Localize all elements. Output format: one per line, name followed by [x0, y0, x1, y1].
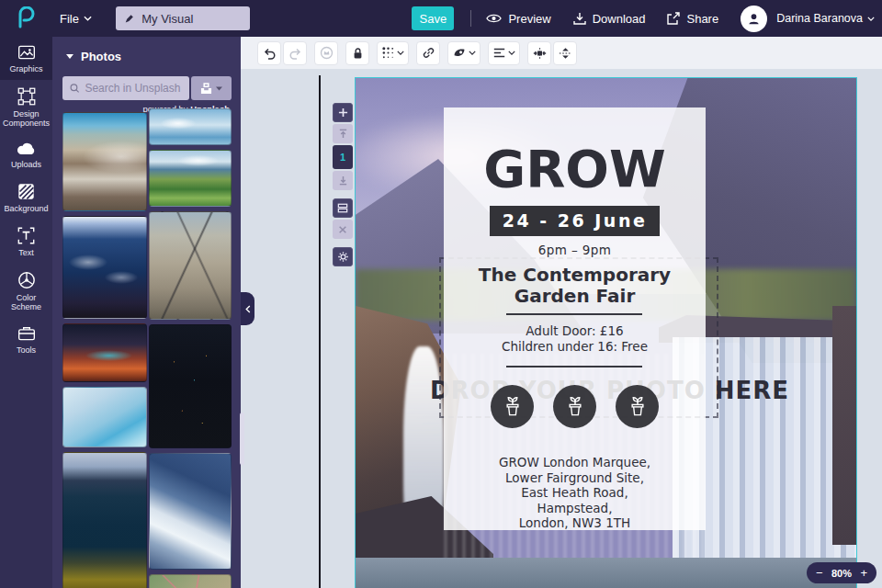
flip-button[interactable] [447, 41, 481, 65]
share-button[interactable]: Share [667, 12, 718, 26]
plant-pot-badge[interactable] [553, 385, 596, 428]
photos-panel-title: Photos [81, 50, 121, 63]
pattern-button[interactable] [377, 41, 409, 65]
link-icon [422, 46, 435, 60]
crello-logo-icon[interactable] [12, 6, 40, 30]
photo-thumbnail-clouds[interactable] [149, 108, 232, 145]
center-vertical-icon [559, 47, 572, 60]
sidebar-item-label: Tools [17, 345, 36, 355]
plant-pot-badge[interactable] [491, 385, 534, 428]
design-title-box[interactable] [116, 6, 250, 30]
potted-plant-icon [626, 395, 650, 419]
search-input[interactable] [85, 82, 182, 95]
sidebar-item-color-scheme[interactable]: Color Scheme [0, 264, 52, 318]
watermark-button[interactable] [314, 41, 338, 65]
photo-thumbnail-desert-aerial[interactable] [149, 211, 232, 320]
duplicate-icon [337, 203, 348, 213]
poster-address[interactable]: GROW London Marquee, Lower Fairground Si… [444, 455, 706, 531]
address-line: East Heath Road, [444, 485, 706, 501]
save-button[interactable]: Save [412, 6, 454, 30]
photo-source-button[interactable] [191, 76, 232, 100]
sidebar-item-design-components[interactable]: Design Components [0, 80, 52, 134]
download-button[interactable]: Download [573, 12, 646, 26]
photo-thumbnail-snowy-peaks[interactable] [149, 453, 232, 570]
poster-time[interactable]: 6pm – 9pm [444, 243, 706, 257]
zoom-out-button[interactable]: − [816, 562, 823, 583]
plus-icon [338, 107, 348, 118]
undo-button[interactable] [257, 41, 281, 65]
chevron-left-icon [245, 305, 251, 313]
left-sidebar: Graphics Design Components Uploads Backg… [0, 37, 52, 588]
user-menu[interactable]: Darina Baranova [776, 12, 875, 25]
photo-thumbnail-fields[interactable] [149, 574, 232, 588]
move-page-up-button[interactable] [333, 124, 353, 143]
photo-thumbnail-glacier[interactable] [62, 387, 147, 447]
center-vertically-button[interactable] [553, 41, 577, 65]
workspace-scrollbar-vertical[interactable] [319, 75, 321, 588]
share-label: Share [686, 12, 718, 26]
sidebar-item-tools[interactable]: Tools [0, 318, 52, 361]
design-title-input[interactable] [141, 12, 241, 26]
sidebar-item-text[interactable]: Text [0, 220, 52, 264]
photo-thumbnail-farmland[interactable] [149, 150, 232, 207]
page-number-indicator[interactable]: 1 [333, 145, 353, 169]
search-box[interactable] [62, 76, 189, 100]
poster-card[interactable]: GROW 24 - 26 June 6pm – 9pm The Contempo… [444, 107, 706, 530]
poster-prices[interactable]: Adult Door: £16 Children under 16: Free [444, 323, 706, 355]
photo-thumbnail-night-city[interactable] [62, 323, 147, 382]
design-components-icon [17, 87, 36, 106]
photo-column-right [149, 108, 232, 588]
design-canvas[interactable]: DROP YOUR PHOTO HERE GROW 24 - 26 June 6… [356, 78, 856, 588]
pattern-dots-icon [381, 46, 395, 60]
panel-collapse-tab[interactable] [241, 292, 254, 325]
zoom-level-value: 80% [831, 568, 852, 579]
zoom-in-button[interactable]: + [860, 562, 867, 583]
pencil-icon [125, 13, 134, 24]
download-icon [573, 12, 586, 25]
photo-thumbnail-dark-city[interactable] [149, 324, 232, 448]
arrow-up-to-line-icon [338, 129, 348, 139]
center-horizontally-button[interactable] [527, 41, 551, 65]
preview-button[interactable]: Preview [486, 12, 550, 26]
photo-thumbnail-blue-mountains[interactable] [62, 216, 147, 319]
user-avatar[interactable] [741, 6, 767, 32]
poster-background-water [356, 558, 856, 588]
search-row [62, 76, 232, 100]
photos-panel-scrollbar[interactable] [240, 413, 244, 465]
top-bar: File Save Preview Download Share [0, 0, 882, 37]
canvas-toolbar [241, 37, 882, 69]
plant-pot-badge[interactable] [616, 385, 659, 428]
poster-event-title[interactable]: The Contemporary Garden Fair [460, 265, 689, 307]
link-button[interactable] [416, 41, 440, 65]
sidebar-item-uploads[interactable]: Uploads [0, 134, 52, 175]
poster-date-badge[interactable]: 24 - 26 June [490, 206, 660, 236]
photo-thumbnail-aerial-coast[interactable] [62, 112, 147, 211]
upload-cloud-icon [17, 141, 37, 156]
unsplash-logo-icon [200, 83, 212, 95]
sidebar-item-background[interactable]: Background [0, 175, 52, 220]
add-page-button[interactable] [333, 103, 353, 122]
search-icon [70, 83, 79, 94]
photos-panel: Photos powered by Unsplash [52, 37, 241, 588]
address-line: London, NW3 1TH [444, 515, 706, 531]
duplicate-page-button[interactable] [333, 198, 353, 218]
redo-button[interactable] [283, 41, 307, 65]
potted-plant-icon [563, 395, 587, 419]
watermark-icon [320, 46, 334, 60]
lock-button[interactable] [345, 41, 369, 65]
sidebar-item-graphics[interactable]: Graphics [0, 37, 52, 80]
text-icon [17, 227, 35, 244]
person-icon [747, 12, 761, 26]
align-icon [492, 47, 506, 59]
share-icon [667, 12, 680, 25]
sidebar-item-label: Uploads [11, 160, 41, 169]
poster-heading[interactable]: GROW [444, 142, 706, 196]
align-button[interactable] [488, 41, 520, 65]
page-settings-button[interactable] [333, 247, 353, 266]
photos-panel-header[interactable]: Photos [52, 37, 241, 63]
delete-page-button[interactable] [333, 220, 353, 239]
move-page-down-button[interactable] [333, 171, 353, 190]
color-wheel-icon [17, 271, 36, 289]
file-menu[interactable]: File [60, 12, 92, 26]
photo-thumbnail-dusk-bay[interactable] [62, 452, 147, 588]
